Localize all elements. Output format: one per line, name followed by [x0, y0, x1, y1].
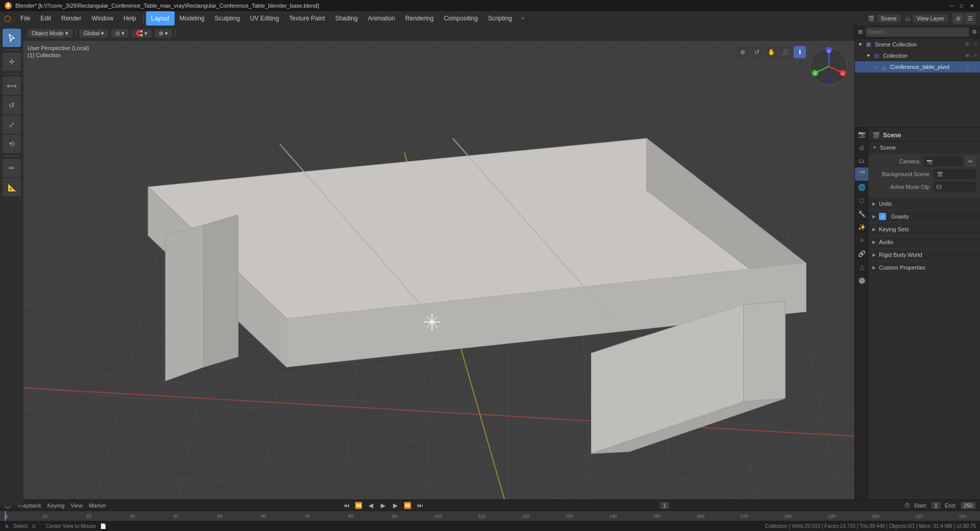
transform-tool-button[interactable]: ⟲: [3, 135, 21, 153]
view-layer-label[interactable]: View Layer: [913, 14, 948, 22]
annotate-tool-button[interactable]: ✏: [3, 159, 21, 177]
rigid-body-header[interactable]: ▶ Rigid Body World: [868, 249, 980, 261]
menu-edit[interactable]: Edit: [35, 11, 56, 26]
gravity-section-header[interactable]: ▶ ✓ Gravity: [868, 210, 980, 223]
viewport-zoom-icon[interactable]: ⊕: [737, 46, 749, 58]
outliner-filter-icon[interactable]: ⚙: [972, 29, 977, 35]
scale-tool-button[interactable]: ⤢: [3, 115, 21, 134]
units-section-header[interactable]: ▶ Units: [868, 198, 980, 210]
global-transform-button[interactable]: Global ▾: [79, 29, 108, 38]
audio-section-header[interactable]: ▶ Audio: [868, 236, 980, 248]
move-tool-button[interactable]: ⟺: [3, 77, 21, 95]
outliner-item-collection[interactable]: ▼ ⊟ Collection 👁 ↗: [855, 50, 980, 61]
props-icon-constraints[interactable]: 🔗: [855, 247, 868, 260]
current-frame-display[interactable]: 1: [660, 502, 669, 509]
close-button[interactable]: ✕: [968, 2, 976, 10]
outliner-search-input[interactable]: [866, 28, 969, 37]
camera-edit-btn[interactable]: ✏: [965, 156, 976, 167]
gravity-checkbox[interactable]: ✓: [879, 213, 886, 220]
scene-section-header[interactable]: ▼ Scene: [868, 141, 980, 154]
props-icon-render[interactable]: 📷: [855, 128, 868, 141]
minimize-button[interactable]: ─: [947, 2, 955, 10]
marker-button[interactable]: Marker: [89, 502, 106, 509]
mesh-eye[interactable]: 👁: [965, 64, 970, 70]
select-tool-button[interactable]: [3, 29, 21, 47]
menu-blender[interactable]: ⬡: [0, 11, 15, 26]
collection-restrict[interactable]: ↗: [972, 53, 977, 59]
collection-label: Collection: [883, 53, 908, 59]
menu-help[interactable]: Help: [118, 11, 141, 26]
viewport-pan-icon[interactable]: ✋: [765, 46, 777, 58]
tab-uv-editing[interactable]: UV Editing: [245, 11, 284, 26]
custom-props-header[interactable]: ▶ Custom Properties: [868, 261, 980, 274]
props-icon-physics[interactable]: ⚛: [855, 234, 868, 247]
measure-tool-button[interactable]: 📐: [3, 178, 21, 197]
tab-texture-paint[interactable]: Texture Paint: [284, 11, 330, 26]
svg-text:210: 210: [915, 514, 923, 519]
movie-clip-value[interactable]: 🎞: [934, 182, 976, 192]
tab-rendering[interactable]: Rendering: [400, 11, 438, 26]
keying-sets-header[interactable]: ▶ Keying Sets: [868, 223, 980, 235]
proportional-button[interactable]: ⊚ ▾: [155, 29, 172, 38]
mesh-restrict[interactable]: ↗: [972, 64, 977, 70]
timeline-scrub[interactable]: 1 10 20 30 40 50 60 70 80 90 100 110 120: [0, 511, 980, 521]
start-frame-display[interactable]: 1: [932, 502, 941, 509]
rotate-tool-button[interactable]: ↺: [3, 96, 21, 114]
object-mode-button[interactable]: Object Mode ▾: [28, 29, 72, 38]
tab-scripting[interactable]: Scripting: [483, 11, 517, 26]
props-icon-view-layer[interactable]: 🗂: [855, 154, 868, 167]
svg-marker-32: [165, 225, 204, 381]
jump-start-button[interactable]: ⏮: [341, 501, 352, 510]
jump-end-button[interactable]: ⏭: [415, 501, 425, 510]
keying-button[interactable]: Keying: [47, 502, 65, 509]
tab-layout[interactable]: Layout: [146, 11, 175, 26]
scene-svg: [23, 41, 854, 499]
menu-window[interactable]: Window: [86, 11, 118, 26]
play-button[interactable]: ▶: [378, 501, 388, 510]
menu-file[interactable]: File: [15, 11, 35, 26]
add-workspace-button[interactable]: +: [517, 13, 529, 24]
props-icon-object[interactable]: ⬡: [855, 194, 868, 207]
tab-modeling[interactable]: Modeling: [175, 11, 210, 26]
svg-text:140: 140: [609, 514, 617, 519]
props-icon-scene[interactable]: 🎬: [855, 167, 868, 181]
outliner-item-mesh[interactable]: ▶ △ Conference_table_pivot 👁 ↗: [855, 61, 980, 73]
tab-shading[interactable]: Shading: [330, 11, 363, 26]
cursor-tool-button[interactable]: ✛: [3, 53, 21, 71]
svg-text:Z: Z: [828, 49, 830, 54]
props-icon-data[interactable]: △: [855, 260, 868, 274]
viewport-camera-icon[interactable]: 🎥: [779, 46, 792, 58]
scene-collection-eye[interactable]: 👁: [965, 41, 970, 47]
viewport-rotate-icon[interactable]: ↺: [751, 46, 763, 58]
movie-clip-row: Active Movie Clip 🎞: [872, 181, 976, 192]
camera-value[interactable]: 📷: [923, 156, 963, 166]
outliner-item-scene-collection[interactable]: ▼ ⊞ Scene Collection 👁 ↗: [855, 39, 980, 50]
props-icon-output[interactable]: 🖨: [855, 141, 868, 154]
view-button[interactable]: View: [70, 502, 83, 509]
bg-scene-value[interactable]: 🎬: [934, 169, 976, 179]
end-frame-display[interactable]: 250: [961, 502, 976, 509]
collection-eye[interactable]: 👁: [965, 53, 970, 59]
tab-compositing[interactable]: Compositing: [438, 11, 483, 26]
tab-animation[interactable]: Animation: [363, 11, 400, 26]
scene-collection-restrict[interactable]: ↗: [972, 41, 977, 48]
pivot-button[interactable]: ⊙ ▾: [111, 29, 129, 38]
navigation-gizmo[interactable]: Z X Y: [808, 46, 849, 87]
menu-render[interactable]: Render: [56, 11, 86, 26]
maximize-button[interactable]: □: [958, 2, 966, 10]
viewport[interactable]: User Perspective (Local) (1) Collection: [23, 41, 854, 499]
props-icon-material[interactable]: ⬤: [855, 274, 868, 287]
props-icon-world[interactable]: 🌐: [855, 181, 868, 194]
svg-point-55: [826, 78, 831, 83]
snap-button[interactable]: 🧲 ▾: [132, 29, 152, 38]
props-icon-particles[interactable]: ✨: [855, 221, 868, 234]
next-frame-button[interactable]: ▶: [390, 501, 401, 510]
viewport-info-icon[interactable]: ℹ: [794, 46, 806, 58]
props-icon-modifier[interactable]: 🔧: [855, 207, 868, 221]
tab-sculpting[interactable]: Sculpting: [210, 11, 245, 26]
prev-keyframe-button[interactable]: ⏪: [354, 501, 364, 510]
header-icon-2[interactable]: ☰: [965, 13, 976, 24]
prev-frame-button[interactable]: ◀: [366, 501, 376, 510]
header-icon-1[interactable]: ⊞: [952, 13, 964, 24]
next-keyframe-button[interactable]: ⏩: [403, 501, 413, 510]
